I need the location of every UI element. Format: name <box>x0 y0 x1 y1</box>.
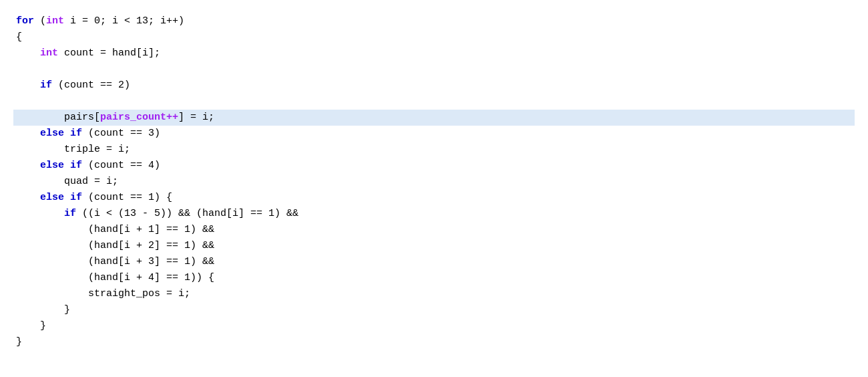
code-token <box>64 160 70 171</box>
code-token: for <box>16 15 34 27</box>
code-token: ] = i; <box>178 112 214 123</box>
code-token <box>16 208 64 219</box>
code-line: quad = i; <box>13 174 855 190</box>
code-token: i = 0; i < 13; i++) <box>64 15 184 27</box>
code-line: if ((i < (13 - 5)) && (hand[i] == 1) && <box>13 206 855 222</box>
code-token: if <box>40 80 52 91</box>
code-line: (hand[i + 3] == 1) && <box>13 254 855 270</box>
code-token: } <box>16 304 70 316</box>
code-token: if <box>70 160 82 171</box>
code-line: else if (count == 4) <box>13 158 855 174</box>
code-line <box>13 61 855 78</box>
code-token: else <box>40 160 64 171</box>
code-token: (hand[i + 3] == 1) && <box>16 256 214 267</box>
code-token: (hand[i + 1] == 1) && <box>16 224 214 235</box>
code-token: if <box>70 192 82 203</box>
code-token: (hand[i + 4] == 1)) { <box>16 272 214 283</box>
code-token: pairs_count++ <box>100 112 178 123</box>
code-token: ((i < (13 - 5)) && (hand[i] == 1) && <box>76 208 298 219</box>
code-token: triple = i; <box>16 144 130 155</box>
code-token: } <box>16 320 46 332</box>
code-token <box>64 128 70 139</box>
code-line <box>13 94 855 110</box>
code-token: } <box>16 336 22 348</box>
code-token: { <box>16 31 22 43</box>
code-token: if <box>70 128 82 139</box>
code-token: else <box>40 128 64 139</box>
code-line: for (int i = 0; i < 13; i++) <box>13 13 855 29</box>
code-line: } <box>13 334 855 350</box>
code-token <box>16 192 40 203</box>
code-line: } <box>13 302 855 318</box>
code-token <box>16 160 40 171</box>
code-token: int <box>46 15 64 27</box>
code-token: (count == 3) <box>82 128 160 139</box>
code-line: straight_pos = i; <box>13 286 855 302</box>
code-token: count = hand[i]; <box>58 47 160 59</box>
code-line: (hand[i + 2] == 1) && <box>13 238 855 254</box>
code-line: } <box>13 318 855 334</box>
code-token <box>16 47 40 59</box>
code-line: (hand[i + 1] == 1) && <box>13 222 855 238</box>
code-token: if <box>64 208 76 219</box>
code-line: if (count == 2) <box>13 78 855 94</box>
code-token <box>64 192 70 203</box>
code-line: { <box>13 29 855 45</box>
code-line: else if (count == 1) { <box>13 190 855 206</box>
code-token: (count == 4) <box>82 160 160 171</box>
code-line: pairs[pairs_count++] = i; <box>13 110 855 126</box>
code-token: ( <box>34 15 46 27</box>
code-line: else if (count == 3) <box>13 126 855 142</box>
code-line: triple = i; <box>13 142 855 158</box>
code-token: int <box>40 47 58 59</box>
code-token: (count == 1) { <box>82 192 172 203</box>
code-token: straight_pos = i; <box>16 288 190 299</box>
code-token: quad = i; <box>16 176 118 187</box>
code-container: for (int i = 0; i < 13; i++){ int count … <box>0 0 868 377</box>
code-token: (count == 2) <box>52 80 130 91</box>
code-token: (hand[i + 2] == 1) && <box>16 240 214 251</box>
code-line: int count = hand[i]; <box>13 45 855 61</box>
code-token <box>16 80 40 91</box>
code-line: (hand[i + 4] == 1)) { <box>13 270 855 286</box>
code-token <box>16 128 40 139</box>
code-token: else <box>40 192 64 203</box>
code-block: for (int i = 0; i < 13; i++){ int count … <box>13 13 855 350</box>
code-token: pairs[ <box>16 112 100 123</box>
